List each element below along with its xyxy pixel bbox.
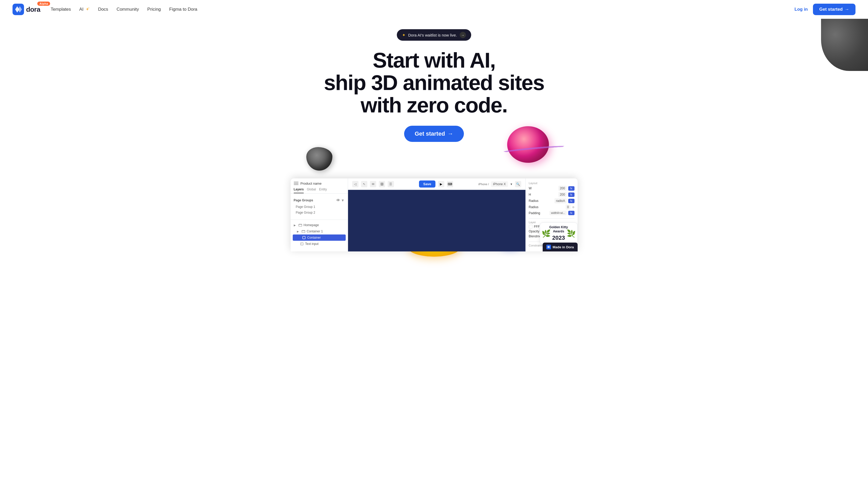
planet-sphere	[507, 126, 549, 163]
dora-small-logo-icon	[546, 245, 551, 249]
heading-line-3: with zero code.	[361, 93, 507, 117]
device-selector[interactable]: iPhone X	[491, 181, 508, 187]
topbar-icon-search[interactable]: 🔍	[515, 181, 521, 187]
nav-link-docs[interactable]: Docs	[98, 7, 108, 12]
topbar-icon-image[interactable]: 🖼	[379, 181, 385, 187]
layer-textinput-label: Text input	[305, 242, 318, 246]
padding-fx-btn[interactable]: fx	[568, 211, 575, 215]
h-label: H	[529, 193, 557, 196]
made-in-dora-badge[interactable]: Made in Dora	[542, 242, 578, 252]
laurel-right-icon: 🌿	[567, 229, 576, 238]
layout-label: Layout	[529, 182, 575, 185]
folder-icon	[299, 223, 302, 227]
heading-line-2: ship 3D animated sites	[324, 71, 544, 94]
alpha-badge: Alpha	[37, 2, 50, 6]
topbar-icon-code[interactable]: ⌨	[447, 181, 453, 187]
svg-rect-2	[302, 230, 305, 233]
nav-get-started-button[interactable]: Get started →	[813, 4, 856, 15]
h-value[interactable]: 200	[558, 192, 567, 197]
nav-link-templates[interactable]: Templates	[51, 7, 71, 12]
page-group-item-1[interactable]: Page Group 1	[294, 204, 345, 210]
asteroid-shape	[306, 147, 332, 170]
nav-links: Templates AI Docs Community Pricing Figm…	[51, 7, 197, 12]
announcement-arrow-icon: →	[460, 32, 466, 38]
editor-tabs: Layers Global Entity	[291, 188, 348, 194]
w-fx-btn[interactable]: fx	[568, 186, 575, 191]
layer-item-container1[interactable]: ▶ Container 1	[291, 228, 348, 234]
nav-link-ai[interactable]: AI	[79, 7, 90, 12]
announcement-text: Dora AI's waitlist is now live.	[408, 33, 457, 37]
navbar: dora Alpha Templates AI Docs Community P…	[0, 0, 868, 19]
topbar-icon-arrow[interactable]: ◁	[352, 181, 359, 187]
svg-rect-3	[303, 236, 305, 239]
height-row: H 200 fx	[529, 192, 575, 197]
cta-arrow-icon: →	[448, 130, 454, 137]
planet-3d-decoration	[507, 126, 562, 173]
topbar-right-controls: iPhone / iPhone X ▼ 🔍	[478, 181, 521, 187]
editor-canvas: ◁ ↖ ✉ 🖼 ☰ Save ▶ ⌨ iPhone / iPhone X	[348, 178, 525, 252]
editor-left-panel: Product name Layers Global Entity Page G…	[291, 178, 348, 252]
topbar-left-icons: ◁ ↖ ✉ 🖼 ☰	[352, 181, 394, 187]
hero-scene: ✦ ✦ ✦ ✦ ✦	[291, 158, 578, 252]
editor-tab-layers[interactable]: Layers	[294, 188, 304, 193]
radius-fx-btn[interactable]: fx	[568, 199, 575, 203]
layer-item-homepage[interactable]: ▶ Homepage	[291, 222, 348, 228]
h-fx-btn[interactable]: fx	[568, 193, 575, 197]
nav-link-figma[interactable]: Figma to Dora	[169, 7, 197, 12]
device-dropdown-arrow[interactable]: ▼	[510, 183, 513, 186]
w-value[interactable]: 200	[558, 186, 567, 191]
folder-icon-2	[302, 230, 305, 233]
page-groups-section: Page Groups 👁 ▼ Page Group 1 Page Group …	[291, 196, 348, 218]
text-icon: T	[300, 242, 304, 246]
svg-text:T: T	[301, 243, 302, 245]
width-row: W 200 fx	[529, 186, 575, 191]
editor-save-button[interactable]: Save	[419, 181, 435, 188]
radius-row: Radius radioA fx	[529, 198, 575, 203]
topbar-icon-list[interactable]: ☰	[388, 181, 394, 187]
editor-tab-global[interactable]: Global	[307, 188, 316, 193]
hero-heading: Start with AI, ship 3D animated sites wi…	[324, 49, 544, 116]
padding-value[interactable]: widthA+wi...	[550, 211, 567, 215]
radius-value[interactable]: radioA	[554, 198, 567, 203]
fill-color-swatch[interactable]	[529, 225, 532, 228]
logo-wrap[interactable]: dora Alpha	[12, 4, 40, 15]
ai-sparkle-icon	[85, 7, 90, 12]
layer-item-container[interactable]: Container	[293, 234, 346, 241]
made-in-dora-label: Made in Dora	[553, 245, 574, 249]
editor-ui: Product name Layers Global Entity Page G…	[291, 178, 578, 252]
iphone-label: iPhone /	[478, 183, 489, 186]
page-groups-toggle-icon[interactable]: 👁 ▼	[336, 198, 345, 202]
golden-kitty-badge: 🌿 Golden Kitty Awards 2023 🌿	[540, 223, 578, 244]
login-button[interactable]: Log in	[795, 7, 808, 12]
heading-line-1: Start with AI,	[373, 48, 495, 72]
radius2-row: Radius 0 ⚙	[529, 204, 575, 210]
radius2-icon-btn[interactable]: ⚙	[572, 206, 575, 209]
hero-cta-button[interactable]: Get started →	[404, 126, 464, 142]
navbar-right: Log in Get started →	[795, 4, 856, 15]
editor-product-name: Product name	[301, 182, 322, 186]
decorative-dark-shape	[821, 19, 868, 71]
golden-kitty-year: 2023	[552, 234, 565, 241]
nav-link-pricing[interactable]: Pricing	[147, 7, 161, 12]
layout-section: Layout W 200 fx H 200 fx Radius radioA	[529, 182, 575, 215]
burger-menu-icon[interactable]	[294, 182, 299, 186]
page-groups-label: Page Groups	[294, 198, 313, 202]
editor-topbar: ◁ ↖ ✉ 🖼 ☰ Save ▶ ⌨ iPhone / iPhone X	[348, 178, 525, 190]
right-panel-divider	[529, 218, 575, 219]
nav-link-community[interactable]: Community	[117, 7, 139, 12]
editor-toolbar-row: Product name	[291, 182, 348, 186]
topbar-icon-play[interactable]: ▶	[438, 181, 444, 187]
announcement-pill[interactable]: ✦ Dora AI's waitlist is now live. →	[397, 29, 471, 41]
star-icon: ✦	[402, 33, 405, 38]
radius-label: Radius	[529, 199, 553, 203]
radius2-value[interactable]: 0	[566, 204, 570, 210]
logo-text: dora	[26, 5, 40, 13]
topbar-icon-email[interactable]: ✉	[370, 181, 376, 187]
layer-homepage-label: Homepage	[304, 223, 319, 227]
topbar-icon-cursor[interactable]: ↖	[361, 181, 367, 187]
svg-rect-1	[299, 224, 302, 226]
editor-tab-entity[interactable]: Entity	[319, 188, 327, 193]
page-group-item-2[interactable]: Page Group 2	[294, 210, 345, 216]
ai-label: AI	[79, 7, 84, 12]
layer-item-textinput[interactable]: T Text input	[291, 241, 348, 247]
